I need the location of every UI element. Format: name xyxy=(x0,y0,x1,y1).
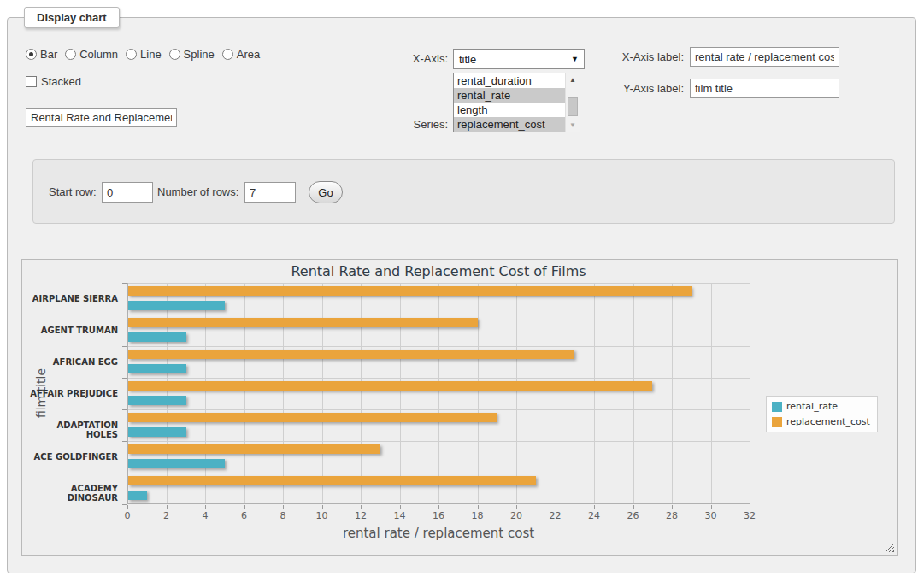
x-tick-mark xyxy=(478,505,479,509)
y-tick-mark xyxy=(122,283,127,284)
legend-swatch-replacement_cost xyxy=(772,417,782,427)
chart-title: Rental Rate and Replacement Cost of Film… xyxy=(127,263,750,279)
bar-replacement_cost-affair-prejudice[interactable] xyxy=(128,381,652,391)
x-tick-label: 12 xyxy=(348,510,374,521)
gridline-x-12 xyxy=(361,283,362,503)
chart-container: Rental Rate and Replacement Cost of Film… xyxy=(21,259,898,556)
x-tick-label: 6 xyxy=(232,510,257,521)
x-tick-label: 8 xyxy=(270,510,296,521)
gridline-x-8 xyxy=(283,283,284,503)
scrollbar-thumb[interactable] xyxy=(568,97,578,116)
bar-replacement_cost-african-egg[interactable] xyxy=(128,350,574,359)
x-tick-mark xyxy=(205,505,206,509)
radio-label: Spline xyxy=(184,48,215,61)
category-label: AFRICAN EGG xyxy=(22,357,118,367)
gridline-x-22 xyxy=(556,283,556,503)
x-tick-label: 0 xyxy=(115,510,140,521)
bar-replacement_cost-agent-truman[interactable] xyxy=(128,318,478,327)
gridline-y xyxy=(128,473,750,473)
gridline-x-28 xyxy=(672,283,673,503)
x-tick-mark xyxy=(283,505,284,509)
x-tick-label: 10 xyxy=(309,510,335,521)
series-multiselect[interactable]: rental_durationrental_ratelengthreplacem… xyxy=(453,73,580,132)
series-options: rental_durationrental_ratelengthreplacem… xyxy=(454,73,580,132)
rows-panel: Start row: Number of rows: Go xyxy=(32,159,895,224)
category-label: ADAPTATION HOLES xyxy=(22,420,118,439)
x-tick-label: 4 xyxy=(192,510,218,521)
bar-rental_rate-affair-prejudice[interactable] xyxy=(128,396,186,405)
x-tick-label: 26 xyxy=(621,510,646,521)
bar-rental_rate-african-egg[interactable] xyxy=(128,364,186,373)
series-scrollbar[interactable]: ▲ ▼ xyxy=(565,73,580,132)
bar-replacement_cost-academy-dinosaur[interactable] xyxy=(128,476,536,485)
x-axis-selected-value: title xyxy=(459,53,476,66)
x-axis-select[interactable]: title ▼ xyxy=(453,49,585,69)
gridline-y xyxy=(128,283,750,284)
bar-rental_rate-airplane-sierra[interactable] xyxy=(128,301,225,310)
chart-title-input[interactable] xyxy=(26,108,177,127)
scrollbar-up-icon[interactable]: ▲ xyxy=(566,73,580,86)
gridline-x-10 xyxy=(322,283,323,503)
gridline-x-24 xyxy=(594,283,595,503)
bar-rental_rate-ace-goldfinger[interactable] xyxy=(128,459,225,468)
start-row-label: Start row: xyxy=(49,185,97,198)
bar-replacement_cost-airplane-sierra[interactable] xyxy=(128,286,692,296)
x-tick-label: 18 xyxy=(465,510,491,521)
scrollbar-down-icon[interactable]: ▼ xyxy=(566,119,580,132)
series-option-rental_duration[interactable]: rental_duration xyxy=(454,73,565,88)
bar-rental_rate-academy-dinosaur[interactable] xyxy=(128,491,147,500)
series-option-replacement_cost[interactable]: replacement_cost xyxy=(454,117,565,132)
chart-type-option-bar: Bar xyxy=(26,48,57,61)
radio-label: Bar xyxy=(40,48,57,61)
resize-grip-icon[interactable] xyxy=(885,543,894,552)
series-select-label: Series: xyxy=(376,118,448,131)
bar-rental_rate-adaptation-holes[interactable] xyxy=(128,427,186,437)
radio-button-area[interactable] xyxy=(222,49,233,60)
chart-type-option-spline: Spline xyxy=(169,48,215,61)
gridline-x-4 xyxy=(205,283,206,503)
category-label: ACE GOLDFINGER xyxy=(22,452,118,461)
stacked-checkbox[interactable] xyxy=(26,76,37,87)
series-option-length[interactable]: length xyxy=(454,103,565,117)
bar-rental_rate-agent-truman[interactable] xyxy=(128,332,186,342)
x-tick-mark xyxy=(400,505,401,509)
gridline-x-20 xyxy=(516,283,517,503)
x-axis-label-input[interactable] xyxy=(690,47,839,67)
chart-type-option-column: Column xyxy=(65,48,118,61)
legend-item-rental_rate[interactable]: rental_rate xyxy=(772,401,870,412)
x-tick-label: 2 xyxy=(154,510,180,521)
x-tick-mark xyxy=(633,505,634,509)
x-tick-mark xyxy=(438,505,439,509)
radio-button-spline[interactable] xyxy=(169,49,180,60)
fieldset-legend: Display chart xyxy=(24,7,120,28)
bar-replacement_cost-adaptation-holes[interactable] xyxy=(128,413,497,422)
radio-button-line[interactable] xyxy=(126,49,137,60)
y-tick-mark xyxy=(122,315,127,315)
x-tick-mark xyxy=(556,505,556,509)
go-button[interactable]: Go xyxy=(309,181,343,203)
gridline-x-6 xyxy=(244,283,245,503)
number-of-rows-input[interactable] xyxy=(244,182,296,203)
x-tick-label: 22 xyxy=(543,510,568,521)
x-tick-mark xyxy=(711,505,712,509)
x-tick-label: 20 xyxy=(503,510,529,521)
gridline-y xyxy=(128,346,750,347)
x-tick-label: 30 xyxy=(698,510,724,521)
radio-button-bar[interactable] xyxy=(26,49,37,60)
start-row-input[interactable] xyxy=(102,182,153,203)
x-tick-mark xyxy=(127,505,128,509)
gridline-x-18 xyxy=(478,283,479,503)
gridline-x-16 xyxy=(438,283,439,503)
x-tick-label: 28 xyxy=(659,510,685,521)
category-label: AFFAIR PREJUDICE xyxy=(22,389,118,398)
series-option-rental_rate[interactable]: rental_rate xyxy=(454,88,565,103)
y-tick-mark xyxy=(122,504,127,505)
x-tick-mark xyxy=(244,505,245,509)
legend-item-replacement_cost[interactable]: replacement_cost xyxy=(772,416,870,427)
x-tick-label: 14 xyxy=(387,510,413,521)
radio-button-column[interactable] xyxy=(65,49,76,60)
chart-plot-area xyxy=(127,283,750,504)
stacked-label: Stacked xyxy=(41,75,81,88)
y-axis-label-input[interactable] xyxy=(690,79,839,98)
bar-replacement_cost-ace-goldfinger[interactable] xyxy=(128,444,380,454)
